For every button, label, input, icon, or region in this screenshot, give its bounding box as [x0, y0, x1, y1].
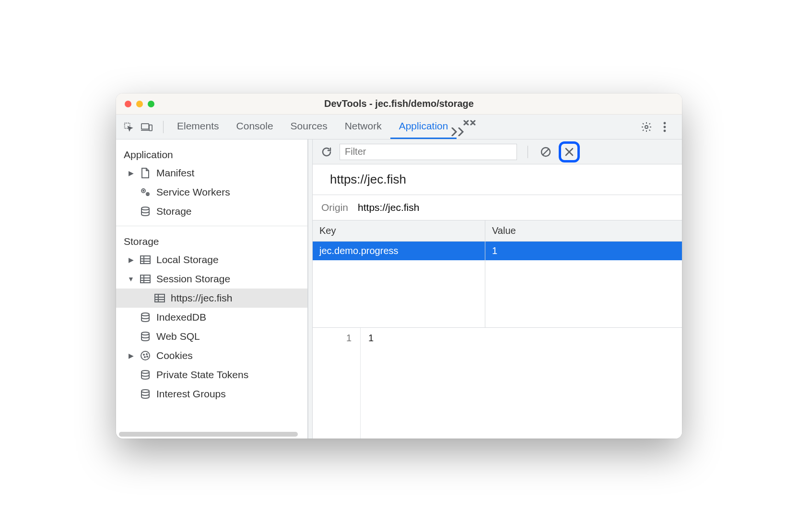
tab-elements[interactable]: Elements — [168, 115, 228, 139]
table-header: Key Value — [313, 220, 682, 242]
more-tabs-icon[interactable] — [463, 118, 476, 136]
sidebar-item-session-storage[interactable]: ▼ Session Storage — [116, 269, 307, 289]
svg-point-33 — [141, 390, 149, 393]
table-icon — [139, 274, 152, 284]
sidebar-item-label: Private State Tokens — [156, 369, 248, 381]
tabs: Elements Console Sources Network Applica… — [168, 115, 457, 139]
origin-row: Origin https://jec.fish — [313, 195, 682, 220]
annotation-highlight — [559, 141, 580, 162]
svg-rect-13 — [141, 256, 150, 264]
storage-toolbar — [313, 139, 682, 164]
inspect-icon[interactable] — [122, 120, 135, 134]
svg-rect-1 — [141, 124, 149, 129]
svg-point-12 — [141, 207, 149, 210]
sidebar-item-cookies[interactable]: ▶ Cookies — [116, 346, 307, 365]
svg-line-35 — [543, 149, 549, 155]
svg-point-30 — [144, 357, 145, 358]
panel-body: Application ▶ Manifest Service Workers — [116, 139, 682, 439]
column-header-key[interactable]: Key — [313, 220, 485, 241]
expand-icon: ▶ — [128, 256, 134, 264]
svg-point-26 — [141, 332, 149, 335]
tab-sources[interactable]: Sources — [282, 115, 336, 139]
origin-label: Origin — [321, 202, 348, 213]
file-icon — [139, 167, 152, 179]
svg-point-11 — [147, 194, 148, 195]
table-empty-area[interactable] — [313, 260, 682, 327]
sidebar-item-private-state-tokens[interactable]: Private State Tokens — [116, 365, 307, 384]
column-header-value[interactable]: Value — [485, 220, 682, 241]
refresh-icon[interactable] — [319, 145, 334, 159]
sidebar-item-websql[interactable]: Web SQL — [116, 327, 307, 346]
svg-point-6 — [664, 126, 666, 128]
horizontal-scrollbar[interactable] — [119, 432, 298, 437]
svg-point-9 — [143, 190, 144, 191]
filter-input[interactable] — [340, 144, 517, 160]
svg-point-5 — [664, 122, 666, 124]
devtools-tabbar: Elements Console Sources Network Applica… — [116, 115, 682, 139]
sidebar-resizer[interactable] — [308, 139, 313, 439]
storage-table: Key Value jec.demo.progress 1 — [313, 220, 682, 327]
session-storage-panel: https://jec.fish Origin https://jec.fish… — [313, 139, 682, 439]
sidebar-item-interest-groups[interactable]: Interest Groups — [116, 384, 307, 404]
divider — [528, 146, 528, 158]
sidebar-item-local-storage[interactable]: ▶ Local Storage — [116, 250, 307, 269]
svg-point-4 — [645, 126, 648, 128]
sidebar-item-label: Manifest — [156, 167, 194, 179]
settings-icon[interactable] — [640, 120, 653, 134]
divider — [116, 226, 307, 226]
gears-icon — [139, 187, 152, 197]
table-row[interactable]: jec.demo.progress 1 — [313, 242, 682, 260]
origin-heading: https://jec.fish — [313, 164, 682, 195]
tab-console[interactable]: Console — [228, 115, 282, 139]
svg-point-25 — [141, 313, 149, 316]
sidebar-item-manifest[interactable]: ▶ Manifest — [116, 163, 307, 183]
expand-icon: ▶ — [128, 352, 134, 359]
sidebar-item-indexeddb[interactable]: IndexedDB — [116, 308, 307, 327]
svg-point-32 — [141, 370, 149, 373]
delete-selected-icon[interactable] — [562, 145, 576, 159]
devtools-window: DevTools - jec.fish/demo/storage Element… — [116, 93, 682, 439]
tab-network[interactable]: Network — [336, 115, 390, 139]
collapse-icon: ▼ — [128, 275, 134, 283]
application-sidebar: Application ▶ Manifest Service Workers — [116, 139, 308, 439]
divider — [163, 121, 164, 133]
sidebar-item-label: Interest Groups — [156, 388, 226, 400]
sidebar-item-label: https://jec.fish — [171, 292, 232, 304]
value-preview: 1 1 — [313, 327, 682, 439]
database-icon — [139, 389, 152, 399]
window-title: DevTools - jec.fish/demo/storage — [116, 98, 682, 109]
sidebar-item-service-workers[interactable]: Service Workers — [116, 183, 307, 202]
sidebar-item-session-origin[interactable]: https://jec.fish — [116, 289, 307, 308]
preview-content: 1 — [361, 328, 381, 439]
cell-key: jec.demo.progress — [313, 242, 485, 260]
sidebar-item-label: Service Workers — [156, 186, 230, 198]
database-icon — [139, 331, 152, 342]
sidebar-item-label: Storage — [156, 206, 192, 217]
expand-icon: ▶ — [128, 169, 134, 177]
sidebar-item-label: IndexedDB — [156, 312, 206, 323]
device-toggle-icon[interactable] — [140, 120, 153, 134]
cookie-icon — [139, 350, 152, 361]
sidebar-item-storage-overview[interactable]: Storage — [116, 202, 307, 221]
preview-line-number: 1 — [313, 328, 361, 439]
origin-value: https://jec.fish — [358, 202, 419, 213]
svg-rect-3 — [149, 125, 152, 130]
kebab-menu-icon[interactable] — [658, 120, 671, 134]
svg-rect-21 — [155, 294, 164, 302]
database-icon — [139, 312, 152, 323]
database-icon — [139, 206, 152, 217]
clear-all-icon[interactable] — [539, 145, 553, 159]
svg-point-28 — [143, 354, 144, 355]
sidebar-item-label: Local Storage — [156, 254, 219, 266]
sidebar-item-label: Cookies — [156, 350, 193, 361]
titlebar: DevTools - jec.fish/demo/storage — [116, 93, 682, 115]
section-storage: Storage — [116, 231, 307, 250]
svg-point-7 — [664, 129, 666, 132]
table-icon — [139, 255, 152, 265]
table-icon — [153, 293, 166, 303]
tab-application[interactable]: Application — [390, 115, 457, 139]
svg-point-31 — [147, 356, 148, 357]
svg-point-29 — [146, 354, 147, 355]
database-icon — [139, 370, 152, 380]
section-application: Application — [116, 144, 307, 163]
